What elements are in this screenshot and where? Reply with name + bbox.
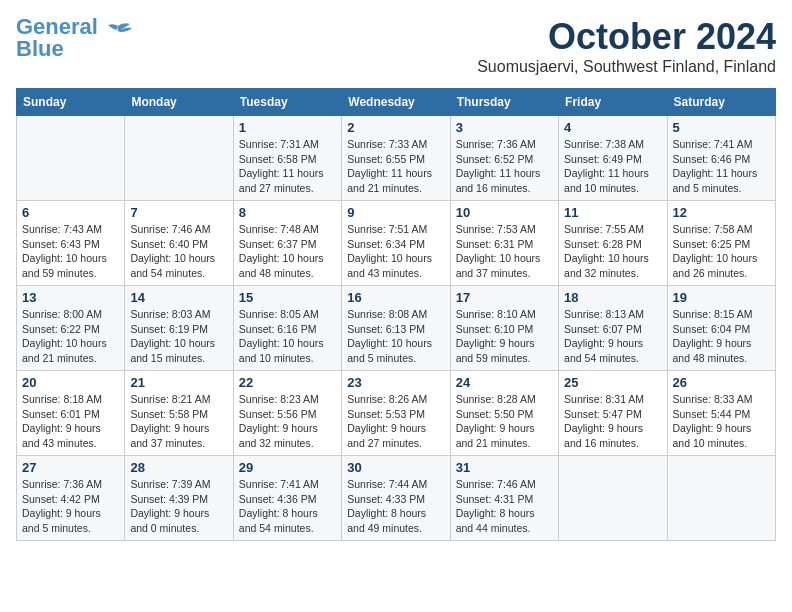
- day-info: Sunrise: 8:13 AM Sunset: 6:07 PM Dayligh…: [564, 307, 661, 366]
- day-number: 2: [347, 120, 444, 135]
- day-number: 14: [130, 290, 227, 305]
- calendar-cell: 20Sunrise: 8:18 AM Sunset: 6:01 PM Dayli…: [17, 371, 125, 456]
- day-number: 31: [456, 460, 553, 475]
- weekday-row: SundayMondayTuesdayWednesdayThursdayFrid…: [17, 89, 776, 116]
- calendar-cell: 19Sunrise: 8:15 AM Sunset: 6:04 PM Dayli…: [667, 286, 775, 371]
- day-number: 10: [456, 205, 553, 220]
- calendar-cell: 18Sunrise: 8:13 AM Sunset: 6:07 PM Dayli…: [559, 286, 667, 371]
- calendar-cell: 22Sunrise: 8:23 AM Sunset: 5:56 PM Dayli…: [233, 371, 341, 456]
- day-info: Sunrise: 8:18 AM Sunset: 6:01 PM Dayligh…: [22, 392, 119, 451]
- day-number: 3: [456, 120, 553, 135]
- day-info: Sunrise: 8:10 AM Sunset: 6:10 PM Dayligh…: [456, 307, 553, 366]
- calendar-cell: 4Sunrise: 7:38 AM Sunset: 6:49 PM Daylig…: [559, 116, 667, 201]
- logo-blue: Blue: [16, 36, 64, 61]
- day-info: Sunrise: 7:38 AM Sunset: 6:49 PM Dayligh…: [564, 137, 661, 196]
- day-info: Sunrise: 7:39 AM Sunset: 4:39 PM Dayligh…: [130, 477, 227, 536]
- calendar-cell: 26Sunrise: 8:33 AM Sunset: 5:44 PM Dayli…: [667, 371, 775, 456]
- calendar-cell: 17Sunrise: 8:10 AM Sunset: 6:10 PM Dayli…: [450, 286, 558, 371]
- day-number: 30: [347, 460, 444, 475]
- day-number: 19: [673, 290, 770, 305]
- calendar-body: 1Sunrise: 7:31 AM Sunset: 6:58 PM Daylig…: [17, 116, 776, 541]
- day-info: Sunrise: 7:36 AM Sunset: 4:42 PM Dayligh…: [22, 477, 119, 536]
- day-info: Sunrise: 7:41 AM Sunset: 4:36 PM Dayligh…: [239, 477, 336, 536]
- day-number: 23: [347, 375, 444, 390]
- day-info: Sunrise: 7:31 AM Sunset: 6:58 PM Dayligh…: [239, 137, 336, 196]
- day-info: Sunrise: 7:41 AM Sunset: 6:46 PM Dayligh…: [673, 137, 770, 196]
- day-info: Sunrise: 7:46 AM Sunset: 6:40 PM Dayligh…: [130, 222, 227, 281]
- day-number: 20: [22, 375, 119, 390]
- day-number: 1: [239, 120, 336, 135]
- day-number: 13: [22, 290, 119, 305]
- calendar-week-row: 20Sunrise: 8:18 AM Sunset: 6:01 PM Dayli…: [17, 371, 776, 456]
- calendar-cell: 30Sunrise: 7:44 AM Sunset: 4:33 PM Dayli…: [342, 456, 450, 541]
- day-info: Sunrise: 7:44 AM Sunset: 4:33 PM Dayligh…: [347, 477, 444, 536]
- day-info: Sunrise: 7:55 AM Sunset: 6:28 PM Dayligh…: [564, 222, 661, 281]
- logo-bird-icon: [102, 22, 134, 44]
- calendar-cell: 3Sunrise: 7:36 AM Sunset: 6:52 PM Daylig…: [450, 116, 558, 201]
- weekday-header: Thursday: [450, 89, 558, 116]
- logo: General Blue: [16, 16, 134, 60]
- day-info: Sunrise: 7:36 AM Sunset: 6:52 PM Dayligh…: [456, 137, 553, 196]
- calendar-cell: [125, 116, 233, 201]
- day-info: Sunrise: 7:48 AM Sunset: 6:37 PM Dayligh…: [239, 222, 336, 281]
- calendar-cell: 28Sunrise: 7:39 AM Sunset: 4:39 PM Dayli…: [125, 456, 233, 541]
- day-info: Sunrise: 7:33 AM Sunset: 6:55 PM Dayligh…: [347, 137, 444, 196]
- calendar-cell: 24Sunrise: 8:28 AM Sunset: 5:50 PM Dayli…: [450, 371, 558, 456]
- calendar-cell: 15Sunrise: 8:05 AM Sunset: 6:16 PM Dayli…: [233, 286, 341, 371]
- calendar-cell: 21Sunrise: 8:21 AM Sunset: 5:58 PM Dayli…: [125, 371, 233, 456]
- day-info: Sunrise: 8:15 AM Sunset: 6:04 PM Dayligh…: [673, 307, 770, 366]
- calendar-cell: 13Sunrise: 8:00 AM Sunset: 6:22 PM Dayli…: [17, 286, 125, 371]
- day-number: 17: [456, 290, 553, 305]
- day-number: 27: [22, 460, 119, 475]
- calendar-cell: 25Sunrise: 8:31 AM Sunset: 5:47 PM Dayli…: [559, 371, 667, 456]
- weekday-header: Monday: [125, 89, 233, 116]
- day-number: 4: [564, 120, 661, 135]
- day-number: 29: [239, 460, 336, 475]
- weekday-header: Saturday: [667, 89, 775, 116]
- calendar-cell: 2Sunrise: 7:33 AM Sunset: 6:55 PM Daylig…: [342, 116, 450, 201]
- day-number: 11: [564, 205, 661, 220]
- calendar-week-row: 27Sunrise: 7:36 AM Sunset: 4:42 PM Dayli…: [17, 456, 776, 541]
- day-info: Sunrise: 7:51 AM Sunset: 6:34 PM Dayligh…: [347, 222, 444, 281]
- calendar-cell: 14Sunrise: 8:03 AM Sunset: 6:19 PM Dayli…: [125, 286, 233, 371]
- calendar-table: SundayMondayTuesdayWednesdayThursdayFrid…: [16, 88, 776, 541]
- calendar-cell: 11Sunrise: 7:55 AM Sunset: 6:28 PM Dayli…: [559, 201, 667, 286]
- day-number: 26: [673, 375, 770, 390]
- calendar-cell: 9Sunrise: 7:51 AM Sunset: 6:34 PM Daylig…: [342, 201, 450, 286]
- day-info: Sunrise: 8:05 AM Sunset: 6:16 PM Dayligh…: [239, 307, 336, 366]
- day-number: 12: [673, 205, 770, 220]
- weekday-header: Sunday: [17, 89, 125, 116]
- day-info: Sunrise: 8:23 AM Sunset: 5:56 PM Dayligh…: [239, 392, 336, 451]
- logo-text: General Blue: [16, 16, 98, 60]
- day-info: Sunrise: 8:08 AM Sunset: 6:13 PM Dayligh…: [347, 307, 444, 366]
- day-number: 7: [130, 205, 227, 220]
- calendar-header: SundayMondayTuesdayWednesdayThursdayFrid…: [17, 89, 776, 116]
- day-number: 18: [564, 290, 661, 305]
- header: General Blue October 2024 Suomusjaervi, …: [16, 16, 776, 76]
- weekday-header: Friday: [559, 89, 667, 116]
- day-number: 16: [347, 290, 444, 305]
- calendar-cell: [667, 456, 775, 541]
- day-number: 5: [673, 120, 770, 135]
- location-title: Suomusjaervi, Southwest Finland, Finland: [477, 58, 776, 76]
- calendar-cell: 5Sunrise: 7:41 AM Sunset: 6:46 PM Daylig…: [667, 116, 775, 201]
- title-section: October 2024 Suomusjaervi, Southwest Fin…: [477, 16, 776, 76]
- day-info: Sunrise: 8:21 AM Sunset: 5:58 PM Dayligh…: [130, 392, 227, 451]
- weekday-header: Tuesday: [233, 89, 341, 116]
- day-number: 6: [22, 205, 119, 220]
- calendar-cell: 6Sunrise: 7:43 AM Sunset: 6:43 PM Daylig…: [17, 201, 125, 286]
- weekday-header: Wednesday: [342, 89, 450, 116]
- day-info: Sunrise: 7:53 AM Sunset: 6:31 PM Dayligh…: [456, 222, 553, 281]
- day-info: Sunrise: 8:03 AM Sunset: 6:19 PM Dayligh…: [130, 307, 227, 366]
- day-number: 8: [239, 205, 336, 220]
- day-number: 22: [239, 375, 336, 390]
- calendar-cell: [559, 456, 667, 541]
- calendar-cell: 8Sunrise: 7:48 AM Sunset: 6:37 PM Daylig…: [233, 201, 341, 286]
- day-info: Sunrise: 8:28 AM Sunset: 5:50 PM Dayligh…: [456, 392, 553, 451]
- calendar-cell: 27Sunrise: 7:36 AM Sunset: 4:42 PM Dayli…: [17, 456, 125, 541]
- day-number: 28: [130, 460, 227, 475]
- calendar-cell: 23Sunrise: 8:26 AM Sunset: 5:53 PM Dayli…: [342, 371, 450, 456]
- day-info: Sunrise: 7:46 AM Sunset: 4:31 PM Dayligh…: [456, 477, 553, 536]
- calendar-week-row: 1Sunrise: 7:31 AM Sunset: 6:58 PM Daylig…: [17, 116, 776, 201]
- day-number: 15: [239, 290, 336, 305]
